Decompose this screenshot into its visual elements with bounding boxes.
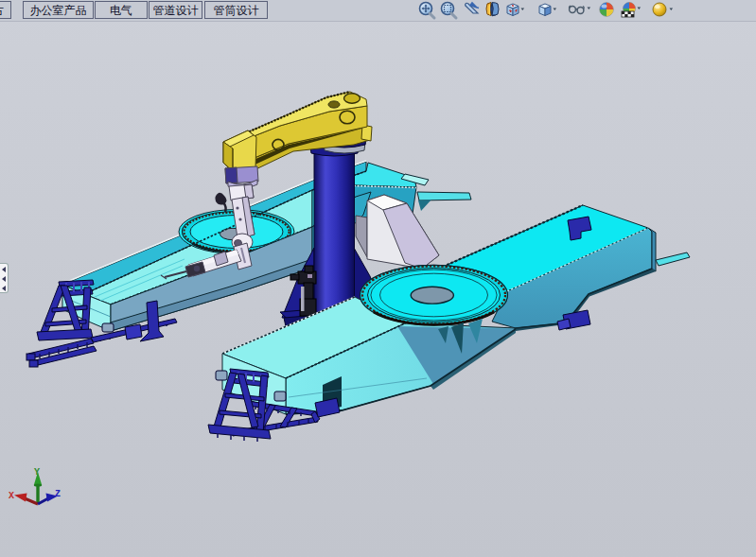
svg-text:X: X: [9, 491, 14, 501]
svg-text:Y: Y: [34, 467, 40, 478]
svg-text:Z: Z: [55, 489, 61, 499]
